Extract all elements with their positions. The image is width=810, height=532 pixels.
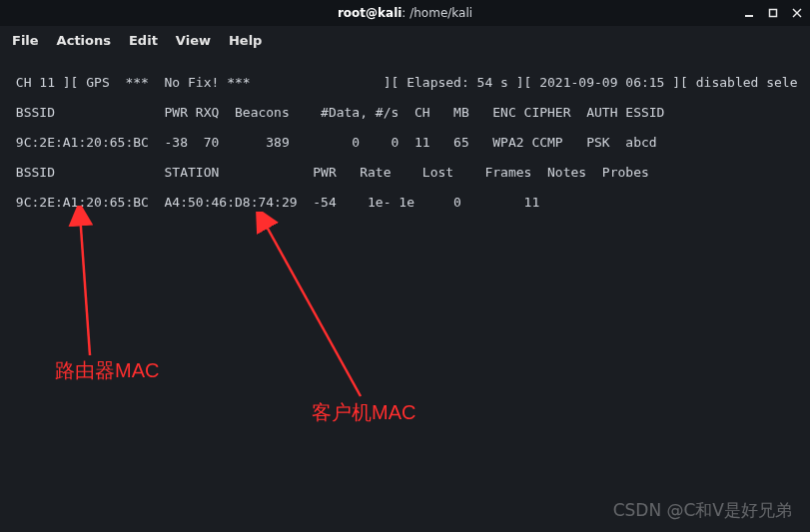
menu-view[interactable]: View — [176, 33, 211, 48]
maximize-button[interactable] — [766, 6, 780, 20]
window-controls — [742, 6, 804, 20]
menu-edit[interactable]: Edit — [129, 33, 158, 48]
window-title: root@kali: /home/kali — [0, 6, 810, 20]
terminal-window: root@kali: /home/kali File Actions Edit … — [0, 0, 810, 532]
minimize-button[interactable] — [742, 6, 756, 20]
menu-actions[interactable]: Actions — [57, 33, 111, 48]
menubar: File Actions Edit View Help — [0, 26, 810, 54]
close-icon — [792, 8, 802, 18]
menu-file[interactable]: File — [12, 33, 39, 48]
minimize-icon — [744, 8, 754, 18]
ap-row: 9C:2E:A1:20:65:BC -38 70 389 0 0 11 65 W… — [8, 135, 657, 150]
title-path: : /home/kali — [402, 6, 472, 20]
menu-help[interactable]: Help — [229, 33, 262, 48]
svg-rect-1 — [770, 10, 777, 17]
status-line: CH 11 ][ GPS *** No Fix! *** ][ Elapsed:… — [8, 75, 798, 90]
maximize-icon — [768, 8, 778, 18]
titlebar: root@kali: /home/kali — [0, 0, 810, 26]
ap-header: BSSID PWR RXQ Beacons #Data, #/s CH MB E… — [8, 105, 664, 120]
sta-row: 9C:2E:A1:20:65:BC A4:50:46:D8:74:29 -54 … — [8, 195, 539, 210]
sta-header: BSSID STATION PWR Rate Lost Frames Notes… — [8, 165, 649, 180]
close-button[interactable] — [790, 6, 804, 20]
terminal-body[interactable]: CH 11 ][ GPS *** No Fix! *** ][ Elapsed:… — [0, 54, 810, 530]
title-host: root@kali — [338, 6, 402, 20]
